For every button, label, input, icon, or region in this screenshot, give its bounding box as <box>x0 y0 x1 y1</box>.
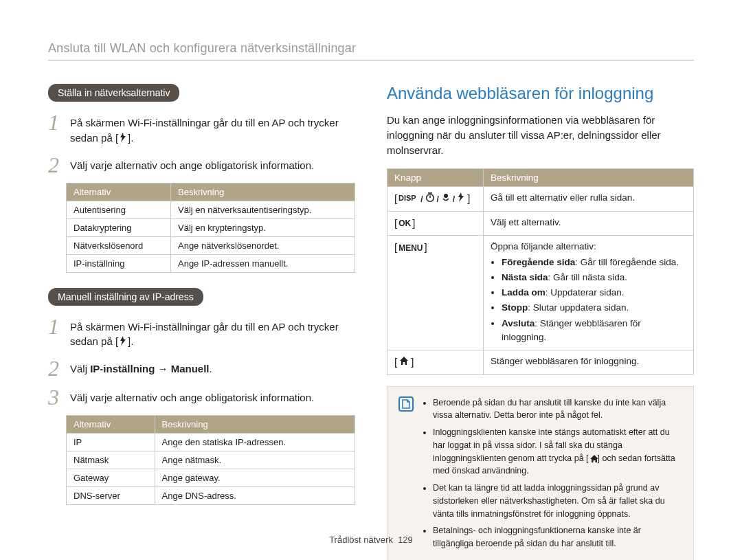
table-row: NätmaskAnge nätmask. <box>67 451 355 469</box>
table-row: GatewayAnge gateway. <box>67 469 355 487</box>
list-item: Nästa sida: Går till nästa sida. <box>502 271 686 284</box>
timer-icon <box>425 192 436 206</box>
list-item: Avsluta: Stänger webbläsaren för inloggn… <box>502 317 686 345</box>
cell-desc: Gå till ett alternativ eller rulla sidan… <box>484 187 694 212</box>
flash-icon <box>118 132 128 147</box>
th-beskrivning: Beskrivning <box>170 183 355 201</box>
keycap-nav: [ /// ] <box>394 191 470 207</box>
disp-icon <box>398 192 419 205</box>
step-text: På skärmen Wi-Fi-inställningar går du ti… <box>70 315 355 351</box>
step-text-after: ]. <box>128 335 133 347</box>
flash-icon <box>118 335 128 350</box>
page-footer: Trådlöst nätverk 129 <box>0 535 742 545</box>
step-number: 2 <box>48 154 63 176</box>
table-row: AutentiseringVälj en nätverksautentiseri… <box>67 201 355 219</box>
table-row: [ /// ] Gå till ett alternativ eller rul… <box>387 187 694 212</box>
table-network-options: Alternativ Beskrivning AutentiseringVälj… <box>66 183 355 273</box>
footer-page-number: 129 <box>398 535 413 545</box>
list-item: Beroende på sidan du har anslutit till k… <box>433 396 682 423</box>
list-item: Stopp: Slutar uppdatera sidan. <box>502 301 686 315</box>
table-row: DatakrypteringVälj en krypteringstyp. <box>67 219 355 236</box>
step-text: Välj varje alternativ och ange obligator… <box>70 154 314 176</box>
th-beskrivning: Beskrivning <box>155 416 355 434</box>
keycap-ok: [OK] <box>394 216 415 232</box>
keycap-home: [] <box>394 355 414 370</box>
cell-desc: Stänger webbläsaren för inloggning. <box>484 350 694 375</box>
step-text: Välj varje alternativ och ange obligator… <box>70 386 314 408</box>
table-row: [MENU] Öppna följande alternativ: Föregå… <box>387 236 694 350</box>
menu-intro: Öppna följande alternativ: <box>491 241 596 251</box>
list-item: Ladda om: Uppdaterar sidan. <box>502 286 686 300</box>
section-heading-network-options: Ställa in nätverksalternativ <box>48 84 179 102</box>
step-text-after: . <box>210 363 212 374</box>
table-row: [] Stänger webbläsaren för inloggning. <box>387 350 694 375</box>
note-icon <box>398 396 414 412</box>
table-row: IPAnge den statiska IP-adressen. <box>67 434 355 451</box>
note-box: Beroende på sidan du har anslutit till k… <box>387 386 694 561</box>
cell-desc-menu: Öppna följande alternativ: Föregående si… <box>484 236 694 350</box>
section-title-browser-login: Använda webbläsaren för inloggning <box>387 84 694 103</box>
step-2-1: 1 På skärmen Wi-Fi-inställningar går du … <box>48 315 355 351</box>
th-alternativ: Alternativ <box>67 183 171 201</box>
step-1-1: 1 På skärmen Wi-Fi-inställningar går du … <box>48 111 355 147</box>
th-beskrivning: Beskrivning <box>484 169 694 187</box>
step-text-bold: IP-inställning → Manuell <box>90 363 209 374</box>
right-column: Använda webbläsaren för inloggning Du ka… <box>387 84 694 560</box>
table-row: IP-inställningAnge IP-adressen manuellt. <box>67 254 355 272</box>
list-item: Inloggningsklienten kanske inte stängs a… <box>433 426 682 478</box>
macro-icon <box>440 192 451 206</box>
step-1-2: 2 Välj varje alternativ och ange obligat… <box>48 154 355 176</box>
table-buttons: Knapp Beskrivning [ /// ] Gå till ett al… <box>387 168 694 374</box>
step-text-before: På skärmen Wi-Fi-inställningar går du ti… <box>70 321 339 348</box>
list-item: Det kan ta längre tid att ladda inloggni… <box>433 482 682 520</box>
th-alternativ: Alternativ <box>67 416 155 434</box>
step-text: På skärmen Wi-Fi-inställningar går du ti… <box>70 111 355 147</box>
step-text-before: Välj <box>70 363 90 374</box>
step-text-after: ]. <box>128 132 133 144</box>
table-row: DNS-serverAnge DNS-adress. <box>67 487 355 505</box>
footer-section: Trådlöst nätverk <box>329 535 393 545</box>
step-number: 2 <box>48 357 63 379</box>
step-number: 3 <box>48 386 63 408</box>
step-2-2: 2 Välj IP-inställning → Manuell. <box>48 357 355 379</box>
th-knapp: Knapp <box>387 169 484 187</box>
keycap-menu: [MENU] <box>394 240 427 256</box>
home-icon <box>589 453 598 462</box>
step-2-3: 3 Välj varje alternativ och ange obligat… <box>48 386 355 408</box>
list-item: Föregående sida: Går till föregående sid… <box>502 256 686 269</box>
section-heading-manual-ip: Manuell inställning av IP-adress <box>48 288 203 306</box>
left-column: Ställa in nätverksalternativ 1 På skärme… <box>48 84 355 560</box>
step-number: 1 <box>48 111 63 147</box>
table-row: [OK] Välj ett alternativ. <box>387 211 694 236</box>
step-text-before: På skärmen Wi-Fi-inställningar går du ti… <box>70 117 339 144</box>
cell-desc: Välj ett alternativ. <box>484 211 694 236</box>
breadcrumb: Ansluta till WLAN och konfigurera nätver… <box>48 41 694 60</box>
step-text: Välj IP-inställning → Manuell. <box>70 357 212 379</box>
table-row: NätverkslösenordAnge nätverkslösenordet. <box>67 236 355 254</box>
home-icon <box>398 355 409 370</box>
flash-icon <box>456 192 466 206</box>
step-number: 1 <box>48 315 63 351</box>
section-intro: Du kan ange inloggningsinformationen via… <box>387 113 694 157</box>
table-ip-options: Alternativ Beskrivning IPAnge den statis… <box>66 415 355 505</box>
